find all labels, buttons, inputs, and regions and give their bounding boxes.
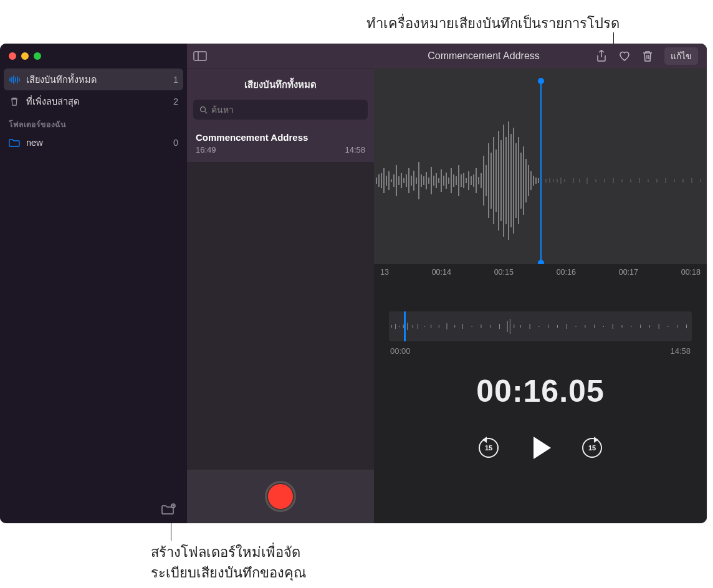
- sidebar-item-count: 1: [173, 75, 178, 85]
- folder-icon: [9, 137, 20, 148]
- sidebar-item-count: 2: [173, 97, 178, 107]
- edit-button[interactable]: แก้ไข: [664, 47, 698, 65]
- sidebar-item-label: new: [26, 138, 43, 148]
- trash-icon: [9, 96, 20, 107]
- ruler-tick: 00:18: [681, 268, 701, 277]
- callout-text-line: ระเบียบเสียงบันทึกของคุณ: [151, 562, 306, 583]
- time-ruler: 13 00:14 00:15 00:16 00:17 00:18: [374, 264, 707, 280]
- list-header: เสียงบันทึกทั้งหมด: [187, 69, 374, 100]
- search-placeholder: ค้นหา: [211, 103, 234, 116]
- callout-new-folder: สร้างโฟลเดอร์ใหม่เพื่อจัด ระเบียบเสียงบั…: [151, 542, 306, 583]
- mini-waveform-graphic: [389, 311, 692, 341]
- window-controls: [0, 44, 187, 66]
- play-button[interactable]: [530, 437, 551, 459]
- sidebar-item-all-recordings[interactable]: เสียงบันทึกทั้งหมด 1: [4, 69, 183, 90]
- recordings-list-pane: เสียงบันทึกทั้งหมด ค้นหา Commencement Ad…: [187, 44, 374, 523]
- sidebar-folder-item[interactable]: new 0: [0, 133, 187, 152]
- sidebar-item-label: เสียงบันทึกทั้งหมด: [26, 72, 97, 87]
- sidebar-item-label: ที่เพิ่งลบล่าสุด: [26, 94, 79, 108]
- minimize-button[interactable]: [21, 52, 29, 60]
- current-time-display: 00:16.05: [374, 373, 707, 409]
- sidebar-toggle-button[interactable]: [193, 51, 207, 61]
- editor-pane: Commencement Address แก้ไข: [374, 44, 707, 523]
- delete-button[interactable]: [642, 50, 653, 62]
- ruler-tick: 00:17: [619, 268, 638, 277]
- sidebar-list: เสียงบันทึกทั้งหมด 1 ที่เพิ่งลบล่าสุด 2 …: [0, 66, 187, 152]
- zoom-button[interactable]: [34, 52, 41, 60]
- playhead[interactable]: [540, 81, 542, 263]
- callout-text-line: สร้างโฟลเดอร์ใหม่เพื่อจัด: [151, 542, 306, 562]
- overview-waveform[interactable]: [389, 311, 692, 341]
- svg-rect-9: [194, 52, 206, 60]
- svg-point-11: [201, 107, 206, 111]
- ruler-tick: 00:14: [432, 268, 451, 277]
- search-icon: [199, 106, 208, 114]
- recording-duration: 14:58: [345, 145, 365, 154]
- new-folder-button[interactable]: [161, 503, 176, 516]
- ruler-tick: 13: [380, 268, 389, 277]
- ruler-tick: 00:15: [494, 268, 514, 277]
- overview-end-time: 14:58: [670, 346, 691, 356]
- svg-line-12: [205, 111, 207, 113]
- callout-favorite: ทำเครื่องหมายเสียงบันทึกเป็นรายการโปรด: [366, 12, 620, 34]
- overview-time-labels: 00:00 14:58: [374, 346, 707, 356]
- play-icon: [534, 437, 551, 459]
- sidebar: เสียงบันทึกทั้งหมด 1 ที่เพิ่งลบล่าสุด 2 …: [0, 44, 187, 523]
- recording-title-toolbar: Commencement Address: [383, 50, 585, 62]
- recording-meta: 16:49 14:58: [196, 145, 365, 154]
- recording-title: Commencement Address: [196, 132, 365, 143]
- sidebar-item-recently-deleted[interactable]: ที่เพิ่งลบล่าสุด 2: [0, 90, 187, 112]
- search-input[interactable]: ค้นหา: [193, 100, 368, 120]
- close-button[interactable]: [9, 52, 16, 60]
- waveform-view[interactable]: 13 00:14 00:15 00:16 00:17 00:18: [374, 69, 707, 280]
- skip-forward-icon: 15: [582, 438, 602, 458]
- record-button[interactable]: [265, 481, 296, 512]
- overview-playhead[interactable]: [404, 311, 406, 341]
- middle-toolbar: [187, 44, 374, 69]
- favorite-button[interactable]: [618, 50, 631, 62]
- skip-back-button[interactable]: 15: [479, 438, 499, 458]
- ruler-tick: 00:16: [557, 268, 576, 277]
- skip-forward-button[interactable]: 15: [582, 438, 602, 458]
- skip-back-icon: 15: [479, 438, 499, 458]
- editor-toolbar: Commencement Address แก้ไข: [374, 44, 707, 69]
- waveform-icon: [9, 74, 20, 85]
- recording-list-item[interactable]: Commencement Address 16:49 14:58: [187, 126, 374, 163]
- search-wrap: ค้นหา: [187, 100, 374, 126]
- overview-start-time: 00:00: [390, 346, 411, 356]
- playback-controls: 15 15: [374, 437, 707, 459]
- app-window: เสียงบันทึกทั้งหมด 1 ที่เพิ่งลบล่าสุด 2 …: [0, 44, 707, 523]
- sidebar-section-header: โฟลเดอร์ของฉัน: [0, 112, 187, 133]
- recording-timestamp: 16:49: [196, 145, 216, 154]
- sidebar-item-count: 0: [173, 138, 178, 148]
- share-button[interactable]: [596, 50, 607, 62]
- record-bar: [187, 470, 374, 523]
